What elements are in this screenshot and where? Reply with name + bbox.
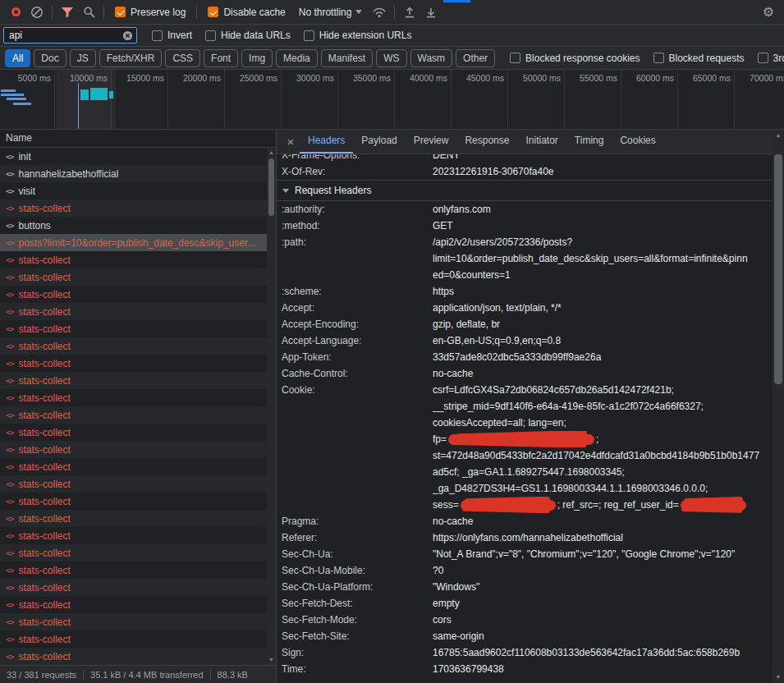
request-row[interactable]: <>posts?limit=10&order=publish_date_desc… <box>0 234 276 251</box>
type-filter-ws[interactable]: WS <box>376 49 406 67</box>
request-row[interactable]: <>stats-collect <box>0 199 276 217</box>
request-row[interactable]: <>stats-collect <box>0 424 276 441</box>
filter-input-wrap[interactable] <box>3 27 137 44</box>
details-scrollbar[interactable]: ▲ ▼ <box>773 130 784 683</box>
network-conditions-button[interactable] <box>369 2 390 22</box>
tab-headers[interactable]: Headers <box>300 130 353 154</box>
type-filter-media[interactable]: Media <box>276 49 318 67</box>
scrollbar-thumb[interactable] <box>268 158 274 216</box>
request-row[interactable]: <>stats-collect <box>0 320 276 337</box>
request-list-scrollbar[interactable]: ▲ ▼ <box>267 148 276 665</box>
scrollbar-thumb[interactable] <box>774 154 782 384</box>
request-row[interactable]: <>init <box>0 148 276 165</box>
request-row[interactable]: <>stats-collect <box>0 441 276 458</box>
timeline-gridline <box>337 70 338 129</box>
header-value: 33d57ade8c02dbc5a333db99ff9ae26a <box>433 349 771 365</box>
request-row[interactable]: <>stats-collect <box>0 544 276 562</box>
disable-cache-checkbox[interactable]: Disable cache <box>208 7 285 18</box>
request-row[interactable]: <>stats-collect <box>0 510 276 527</box>
request-row[interactable]: <>stats-collect <box>0 251 276 268</box>
tab-response[interactable]: Response <box>456 130 517 154</box>
request-name: stats-collect <box>18 565 70 576</box>
tab-cookies[interactable]: Cookies <box>612 130 663 154</box>
filter-option-checkbox[interactable]: Blocked requests <box>653 53 745 64</box>
request-row[interactable]: <>stats-collect <box>0 406 276 424</box>
request-row[interactable]: <>stats-collect <box>0 389 276 406</box>
type-filter-doc[interactable]: Doc <box>34 49 66 67</box>
scroll-up-icon[interactable]: ▲ <box>773 131 784 140</box>
filter-input[interactable] <box>9 30 122 41</box>
type-filter-js[interactable]: JS <box>70 49 96 67</box>
request-row[interactable]: <>stats-collect <box>0 562 276 579</box>
type-filter-font[interactable]: Font <box>204 49 238 67</box>
request-row[interactable]: <>stats-collect <box>0 648 276 665</box>
header-value-line: st=472d48a90d5433bfc2a2d17042e4dfdcafd31… <box>433 447 771 464</box>
request-row[interactable]: <>buttons <box>0 217 276 234</box>
request-row[interactable]: <>stats-collect <box>0 458 276 475</box>
clear-button[interactable] <box>26 2 48 22</box>
request-headers-list: :authority:onlyfans.com:method:GET:path:… <box>277 201 771 677</box>
request-row[interactable]: <>stats-collect <box>0 286 276 303</box>
timeline-label: 55000 ms <box>580 73 617 83</box>
type-filter-all[interactable]: All <box>5 49 30 67</box>
scroll-down-icon[interactable]: ▼ <box>773 673 784 681</box>
request-row[interactable]: <>stats-collect <box>0 268 276 286</box>
request-row[interactable]: <>stats-collect <box>0 337 276 355</box>
download-arrow-icon <box>424 6 438 19</box>
tab-timing[interactable]: Timing <box>566 130 612 154</box>
export-har-button[interactable] <box>420 2 442 22</box>
request-name: stats-collect <box>18 272 70 283</box>
request-row[interactable]: <>stats-collect <box>0 527 276 544</box>
header-row: :scheme:https <box>277 283 771 300</box>
hide-extension-urls-checkbox[interactable]: Hide extension URLs <box>304 30 412 41</box>
request-row[interactable]: <>hannahelizabethofficial <box>0 165 276 182</box>
header-name: Sec-Fetch-Mode: <box>277 612 433 628</box>
request-row[interactable]: <>stats-collect <box>0 372 276 389</box>
search-button[interactable] <box>78 2 99 22</box>
request-row[interactable]: <>stats-collect <box>0 596 276 613</box>
details-tabbar: × HeadersPayloadPreviewResponseInitiator… <box>277 130 784 154</box>
network-panel-tab-indicator <box>443 0 470 2</box>
request-row[interactable]: <>stats-collect <box>0 355 276 372</box>
settings-button[interactable]: ⚙ <box>758 2 779 22</box>
header-name: :authority: <box>277 201 433 218</box>
hide-extension-urls-label: Hide extension URLs <box>319 30 412 41</box>
request-row[interactable]: <>stats-collect <box>0 475 276 493</box>
scroll-up-icon[interactable]: ▲ <box>267 149 276 157</box>
filter-button[interactable] <box>57 2 78 22</box>
type-filter-other[interactable]: Other <box>456 49 495 67</box>
type-filter-manifest[interactable]: Manifest <box>321 49 373 67</box>
request-row[interactable]: <>visit <box>0 182 276 199</box>
timeline-gridline <box>167 70 168 129</box>
tab-payload[interactable]: Payload <box>353 130 405 154</box>
throttling-select[interactable]: No throttling <box>299 7 363 18</box>
scroll-down-icon[interactable]: ▼ <box>267 656 276 664</box>
overview-timeline[interactable]: 5000 ms10000 ms15000 ms20000 ms25000 ms3… <box>0 70 784 130</box>
type-filter-css[interactable]: CSS <box>165 49 200 67</box>
preserve-log-checkbox[interactable]: Preserve log <box>115 7 186 18</box>
filter-option-checkbox[interactable]: 3rd-party requests <box>758 53 784 64</box>
request-row[interactable]: <>stats-collect <box>0 613 276 630</box>
type-filter-img[interactable]: Img <box>241 49 273 67</box>
type-filter-wasm[interactable]: Wasm <box>410 49 453 67</box>
timeline-gridline <box>394 70 395 129</box>
name-column-header[interactable]: Name <box>0 130 276 148</box>
request-row[interactable]: <>stats-collect <box>0 630 276 648</box>
tab-initiator[interactable]: Initiator <box>517 130 566 154</box>
header-value: https://onlyfans.com/hannahelizabethoffi… <box>433 529 771 546</box>
request-row[interactable]: <>stats-collect <box>0 579 276 596</box>
request-row[interactable]: <>stats-collect <box>0 493 276 510</box>
network-activity-bar <box>1 94 24 96</box>
filter-option-checkbox[interactable]: Blocked response cookies <box>510 53 640 64</box>
tab-preview[interactable]: Preview <box>406 130 457 154</box>
request-row[interactable]: <>stats-collect <box>0 303 276 320</box>
import-har-button[interactable] <box>399 2 420 22</box>
clear-filter-icon[interactable] <box>122 30 133 41</box>
close-details-button[interactable]: × <box>282 135 300 149</box>
record-button[interactable] <box>5 2 26 22</box>
request-name: stats-collect <box>18 306 70 318</box>
type-filter-fetch-xhr[interactable]: Fetch/XHR <box>99 49 163 67</box>
request-headers-section-toggle[interactable]: Request Headers <box>277 180 771 201</box>
invert-checkbox[interactable]: Invert <box>152 30 192 41</box>
hide-data-urls-checkbox[interactable]: Hide data URLs <box>205 30 291 41</box>
